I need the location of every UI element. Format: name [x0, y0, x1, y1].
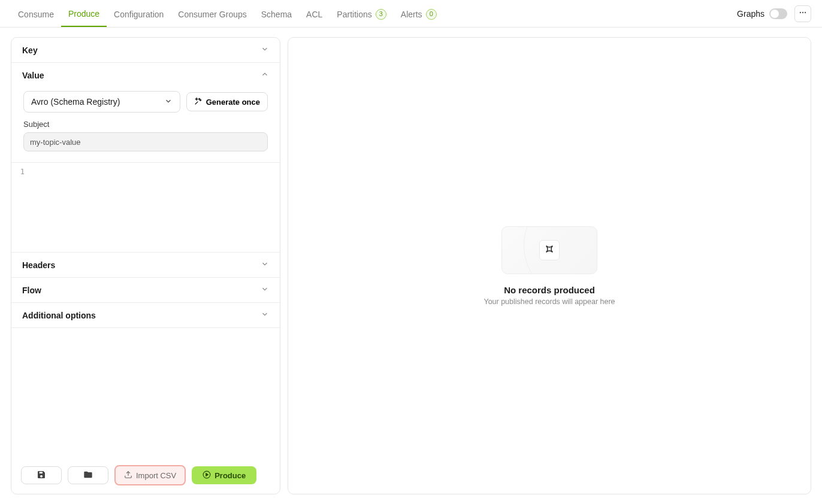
spark-icon	[544, 244, 555, 256]
ellipsis-icon	[799, 8, 807, 19]
section-headers-title: Headers	[22, 260, 55, 270]
chevron-down-icon	[261, 45, 269, 55]
tab-schema[interactable]: Schema	[254, 1, 299, 27]
svg-marker-5	[206, 473, 208, 476]
tab-alerts[interactable]: Alerts 0	[394, 1, 444, 27]
save-icon	[37, 470, 46, 481]
empty-title: No records produced	[504, 285, 595, 295]
section-additional-options: Additional options	[11, 303, 280, 328]
section-additional-options-title: Additional options	[22, 311, 96, 320]
tab-consumer-groups-label: Consumer Groups	[178, 10, 246, 19]
section-flow: Flow	[11, 278, 280, 303]
chevron-up-icon	[261, 70, 269, 80]
subject-label: Subject	[23, 120, 268, 129]
section-flow-header[interactable]: Flow	[11, 278, 280, 302]
value-format-select[interactable]: Avro (Schema Registry)	[23, 91, 180, 113]
wand-icon	[194, 97, 203, 107]
section-headers-header[interactable]: Headers	[11, 253, 280, 277]
import-csv-button[interactable]: Import CSV	[114, 465, 186, 485]
chevron-down-icon	[261, 260, 269, 270]
play-circle-icon	[203, 470, 211, 481]
section-flow-title: Flow	[22, 286, 41, 295]
generate-once-label: Generate once	[206, 98, 260, 107]
section-value: Value Avro (Schema Registry)	[11, 63, 280, 253]
tab-schema-label: Schema	[261, 10, 292, 19]
import-csv-label: Import CSV	[136, 471, 176, 480]
empty-illustration	[501, 226, 597, 274]
produce-config-panel: Key Value Avro (Schema Registry)	[11, 37, 280, 494]
section-key-header[interactable]: Key	[11, 38, 280, 62]
section-value-body: Avro (Schema Registry) Generate once Sub…	[11, 87, 280, 162]
svg-point-2	[805, 12, 806, 13]
tab-consume[interactable]: Consume	[11, 1, 61, 27]
open-button[interactable]	[68, 466, 108, 484]
empty-subtitle: Your published records will appear here	[483, 297, 615, 306]
tab-configuration-label: Configuration	[114, 10, 164, 19]
tab-consumer-groups[interactable]: Consumer Groups	[171, 1, 253, 27]
tabs: Consume Produce Configuration Consumer G…	[11, 1, 444, 27]
generate-once-button[interactable]: Generate once	[186, 92, 268, 111]
section-value-header[interactable]: Value	[11, 63, 280, 87]
editor-line-number: 1	[11, 168, 29, 176]
section-key: Key	[11, 38, 280, 63]
tab-produce[interactable]: Produce	[61, 1, 107, 27]
save-button[interactable]	[21, 466, 62, 484]
partitions-count-badge: 3	[376, 9, 386, 20]
graphs-label: Graphs	[737, 9, 764, 19]
tab-acl-label: ACL	[306, 10, 322, 19]
chevron-down-icon	[164, 97, 173, 107]
section-value-title: Value	[22, 71, 44, 80]
tab-configuration[interactable]: Configuration	[107, 1, 171, 27]
tab-produce-label: Produce	[68, 9, 99, 19]
graphs-toggle-group: Graphs	[737, 8, 787, 19]
folder-icon	[83, 470, 93, 481]
tab-acl[interactable]: ACL	[299, 1, 330, 27]
section-key-title: Key	[22, 45, 38, 55]
bottom-actions: Import CSV Produce	[11, 457, 280, 494]
more-menu-button[interactable]	[794, 5, 811, 22]
chevron-down-icon	[261, 310, 269, 320]
section-headers: Headers	[11, 253, 280, 278]
upload-icon	[124, 470, 132, 481]
empty-tile	[539, 240, 560, 260]
svg-point-1	[802, 12, 803, 13]
editor-body[interactable]	[29, 163, 280, 252]
section-additional-options-header[interactable]: Additional options	[11, 303, 280, 327]
svg-point-0	[800, 12, 801, 13]
tab-alerts-label: Alerts	[401, 10, 422, 19]
records-panel: No records produced Your published recor…	[288, 37, 811, 494]
subject-input[interactable]: my-topic-value	[23, 132, 268, 151]
editor-gutter: 1	[11, 163, 29, 252]
subject-input-value: my-topic-value	[30, 138, 81, 147]
top-tabbar: Consume Produce Configuration Consumer G…	[0, 0, 822, 28]
produce-label: Produce	[214, 471, 246, 480]
tab-partitions[interactable]: Partitions 3	[330, 1, 393, 27]
value-editor[interactable]: 1	[11, 162, 280, 252]
produce-button[interactable]: Produce	[192, 466, 256, 484]
chevron-down-icon	[261, 285, 269, 295]
graphs-switch[interactable]	[769, 8, 787, 19]
tab-partitions-label: Partitions	[337, 10, 371, 19]
alerts-count-badge: 0	[426, 9, 437, 20]
value-format-selected: Avro (Schema Registry)	[31, 97, 120, 107]
tab-consume-label: Consume	[18, 10, 54, 19]
